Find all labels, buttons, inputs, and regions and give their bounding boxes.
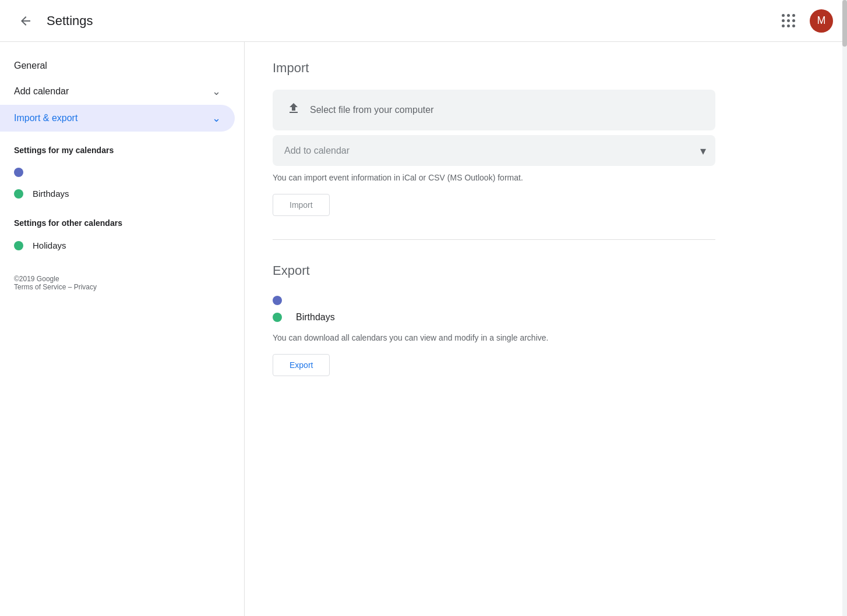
- export-dot-green: [273, 313, 282, 322]
- export-help-text: You can download all calendars you can v…: [273, 333, 819, 342]
- apps-grid-icon: [782, 14, 796, 28]
- chevron-down-icon: ⌄: [212, 85, 221, 98]
- export-button[interactable]: Export: [273, 354, 330, 376]
- sidebar-calendar-my-1[interactable]: [0, 162, 244, 183]
- add-to-calendar-select[interactable]: Add to calendar: [273, 135, 715, 166]
- page-title: Settings: [47, 13, 93, 29]
- apps-button[interactable]: [777, 9, 800, 33]
- export-calendar-birthdays-label: Birthdays: [296, 312, 335, 323]
- header-left: Settings: [14, 9, 93, 33]
- chevron-down-icon-active: ⌄: [212, 112, 221, 125]
- export-calendar-item-birthdays: Birthdays: [273, 309, 819, 326]
- export-calendar-list: Birthdays: [273, 292, 819, 326]
- add-to-calendar-wrapper: Add to calendar ▾: [273, 135, 715, 166]
- calendar-dot-holidays: [14, 241, 23, 250]
- sidebar-calendar-holidays[interactable]: Holidays: [0, 235, 244, 256]
- export-calendar-item-1: [273, 292, 819, 309]
- upload-icon: [287, 101, 301, 119]
- footer: ©2019 Google Terms of Service – Privacy: [0, 256, 244, 300]
- export-section-title: Export: [273, 263, 819, 278]
- import-section-title: Import: [273, 61, 819, 76]
- sidebar-item-general[interactable]: General: [0, 54, 235, 78]
- sidebar-item-general-label: General: [14, 61, 47, 71]
- header: Settings M: [0, 0, 847, 42]
- sidebar-calendar-birthdays-label: Birthdays: [33, 189, 69, 199]
- main-content: Import Select file from your computer Ad…: [245, 42, 847, 616]
- avatar[interactable]: M: [810, 9, 833, 33]
- layout: General Add calendar ⌄ Import & export ⌄…: [0, 42, 847, 616]
- section-divider: [273, 239, 715, 240]
- header-right: M: [777, 9, 833, 33]
- sidebar: General Add calendar ⌄ Import & export ⌄…: [0, 42, 245, 616]
- export-dot-blue: [273, 296, 282, 305]
- my-calendars-title: Settings for my calendars: [0, 132, 244, 162]
- sidebar-item-add-calendar[interactable]: Add calendar ⌄: [0, 78, 235, 105]
- sidebar-calendar-holidays-label: Holidays: [33, 240, 66, 250]
- sidebar-item-add-calendar-label: Add calendar: [14, 86, 69, 97]
- calendar-dot-green: [14, 189, 23, 199]
- calendar-dot-blue: [14, 168, 23, 177]
- footer-copyright: ©2019 Google: [14, 275, 230, 283]
- select-file-button[interactable]: Select file from your computer: [273, 90, 715, 130]
- sidebar-item-import-export[interactable]: Import & export ⌄: [0, 105, 235, 132]
- scrollbar-thumb[interactable]: [842, 0, 847, 47]
- scrollbar[interactable]: [842, 0, 847, 616]
- footer-links: Terms of Service – Privacy: [14, 283, 230, 291]
- import-help-text: You can import event information in iCal…: [273, 173, 819, 182]
- other-calendars-title: Settings for other calendars: [0, 204, 244, 235]
- sidebar-calendar-birthdays[interactable]: Birthdays: [0, 183, 244, 204]
- back-button[interactable]: [14, 9, 37, 33]
- sidebar-item-import-export-label: Import & export: [14, 113, 77, 123]
- import-button[interactable]: Import: [273, 194, 330, 216]
- select-file-label: Select file from your computer: [310, 105, 434, 115]
